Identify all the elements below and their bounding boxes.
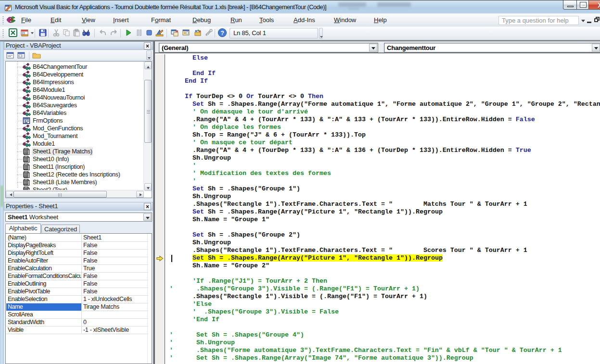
property-name[interactable]: EnableSelection (6, 296, 81, 303)
code-line[interactable]: ' Set Sh = .Shapes("Groupe 4") (169, 331, 600, 339)
property-row-name[interactable]: (Name)Sheet1 (6, 234, 148, 242)
tree-item-b64changementtour[interactable]: B64ChangementTour (6, 63, 150, 71)
property-value[interactable]: False (82, 273, 148, 280)
code-line[interactable]: ' (169, 162, 600, 170)
property-name[interactable]: EnableFormatConditionsCalcula (6, 273, 81, 280)
code-line[interactable] (169, 62, 600, 70)
project-panel-close-button[interactable]: × (144, 42, 151, 50)
tree-item-module1[interactable]: Module1 (6, 140, 150, 148)
property-value[interactable]: False (82, 288, 148, 295)
property-value[interactable]: False (82, 257, 148, 264)
property-row-standardwidth[interactable]: StandardWidth0 (6, 319, 148, 326)
menu-window[interactable]: Window (334, 16, 356, 25)
break-button[interactable] (134, 28, 144, 38)
property-name[interactable]: (Name) (6, 234, 81, 241)
toolbox-button[interactable] (204, 28, 214, 38)
property-name[interactable]: EnableCalculation (6, 265, 81, 272)
menu-format[interactable]: Format (151, 16, 171, 25)
properties-panel-close-button[interactable]: × (144, 203, 151, 210)
scroll-down-button[interactable] (144, 183, 152, 191)
code-line[interactable]: .Shapes("Rectangle 1").TextFrame.Charact… (169, 201, 600, 208)
code-line[interactable]: Sh.Top = Range("J" & 6 + (TourArr * 133)… (169, 131, 600, 139)
margin-indicator-bar[interactable] (155, 54, 165, 364)
code-line[interactable]: .Range("A" & 4 + (TourDep * 133) & ":A" … (169, 147, 600, 154)
tree-item-sheet1-tirage-matchs[interactable]: Sheet1 (Tirage Matchs) (6, 148, 150, 155)
menu-tools[interactable]: Tools (259, 16, 274, 25)
property-value[interactable] (82, 311, 148, 318)
property-row-enablepivottable[interactable]: EnablePivotTableFalse (6, 288, 148, 296)
property-value[interactable]: Sheet1 (82, 234, 148, 241)
properties-window-button[interactable] (181, 28, 191, 38)
code-line[interactable] (169, 270, 600, 277)
tree-item-b64module1[interactable]: B64Module1 (6, 86, 150, 94)
code-line[interactable]: Set Sh = .Shapes.Range(Array("Picture 1"… (169, 254, 600, 262)
maximize-button[interactable] (576, 0, 589, 10)
object-dropdown[interactable]: (General) (159, 43, 378, 52)
help-dropdown-arrow-icon[interactable] (581, 20, 585, 24)
find-button[interactable] (81, 28, 91, 38)
design-mode-button[interactable] (154, 28, 165, 38)
code-editor[interactable]: Else End If End If If TourDep <> 0 Or To… (166, 54, 600, 364)
code-line[interactable]: ' .Shapes("Groupe 3").Visible = (.Range(… (169, 285, 600, 293)
tree-item-b64nouveautournoi[interactable]: B64NouveauTournoi (6, 94, 150, 101)
property-value[interactable]: False (82, 242, 148, 249)
project-panel-header[interactable]: Project - VBAProject × (4, 41, 153, 50)
property-row-displaypagebreaks[interactable]: DisplayPageBreaksFalse (6, 242, 148, 250)
property-name[interactable]: Name (6, 303, 81, 311)
tree-item-mod-genfunctions[interactable]: Mod_GenFunctions (6, 125, 150, 132)
toolbar-options-button[interactable] (319, 28, 323, 39)
property-name[interactable]: EnablePivotTable (6, 288, 81, 295)
code-line[interactable]: ' .Shapes("Forme automatique 3").TextFra… (169, 347, 600, 354)
menu-debug[interactable]: Debug (192, 16, 211, 25)
code-line[interactable]: ' (169, 177, 600, 185)
code-line[interactable]: 'End If (169, 316, 600, 324)
code-line[interactable]: Set Sh = .Shapes.Range(Array("Forme auto… (169, 100, 600, 108)
menu-edit[interactable]: Edit (51, 16, 61, 25)
run-sub-button[interactable] (123, 28, 134, 38)
tree-item-sheet11-inscription[interactable]: Sheet11 (Inscription) (6, 163, 150, 171)
title-bar[interactable]: Microsoft Visual Basic for Applications … (0, 0, 600, 13)
property-value[interactable]: 1 - xlUnlockedCells (82, 296, 148, 303)
project-tree-vertical-scrollbar[interactable] (143, 62, 152, 191)
reset-button[interactable] (144, 28, 154, 38)
menubar-drag-handle[interactable] (2, 16, 4, 25)
property-row-enableautofilter[interactable]: EnableAutoFilterFalse (6, 257, 148, 265)
code-line[interactable]: 'If .Range("J1") = TourArr + 2 Then (169, 277, 600, 285)
tab-categorized[interactable]: Categorized (41, 225, 80, 233)
code-line[interactable]: Sh.Ungroup (169, 193, 600, 201)
property-row-displayrighttoleft[interactable]: DisplayRightToLeftFalse (6, 250, 148, 257)
menu-insert[interactable]: Insert (113, 16, 129, 25)
tree-item-sheet12-recette-des-inscriptions[interactable]: Sheet12 (Recette des Inscriptions) (6, 171, 150, 178)
code-line[interactable]: Set Sh = .Shapes.Range(Array("Picture 1"… (169, 208, 600, 216)
mdi-minimize-icon[interactable] (587, 22, 591, 23)
copy-button[interactable] (61, 28, 72, 38)
code-line[interactable]: End If (169, 70, 600, 77)
code-line[interactable]: ' On masque ce tour départ (169, 139, 600, 147)
save-button[interactable] (38, 28, 48, 38)
property-value[interactable]: True (82, 265, 148, 272)
code-line[interactable] (169, 324, 600, 331)
property-name[interactable]: EnableAutoFilter (6, 257, 81, 264)
tree-item-b64sauvegardes[interactable]: B64Sauvegardes (6, 101, 150, 109)
code-line[interactable]: 'Else (169, 301, 600, 308)
tab-alphabetic[interactable]: Alphabetic (5, 224, 41, 233)
question-help-input[interactable]: Type a question for help (498, 16, 579, 25)
property-value[interactable]: False (82, 280, 148, 288)
tree-item-frmoptions[interactable]: FrmOptions (6, 117, 150, 125)
code-line[interactable]: ' Modification des textes des formes (169, 170, 600, 177)
procedure-dropdown[interactable]: Changementtour (384, 43, 600, 52)
object-dropdown-arrow[interactable] (369, 44, 377, 51)
vertical-scrollbar-thumb[interactable] (144, 80, 152, 143)
toolbar-drag-handle[interactable] (2, 29, 4, 38)
procedure-dropdown-arrow[interactable] (592, 44, 600, 51)
code-line[interactable]: Set Sh = .Shapes("Groupe 1") (169, 185, 600, 193)
property-value[interactable]: -1 - xlSheetVisible (82, 326, 148, 334)
help-button[interactable]: ? (217, 28, 228, 38)
scroll-left-button[interactable] (6, 191, 13, 198)
horizontal-scrollbar-thumb[interactable] (13, 191, 107, 198)
code-line[interactable] (169, 85, 600, 93)
property-name[interactable]: ScrollArea (6, 311, 81, 318)
project-toolbar-options-button[interactable] (146, 50, 152, 60)
code-line[interactable]: End If (169, 77, 600, 85)
menu-run[interactable]: Run (230, 16, 242, 25)
